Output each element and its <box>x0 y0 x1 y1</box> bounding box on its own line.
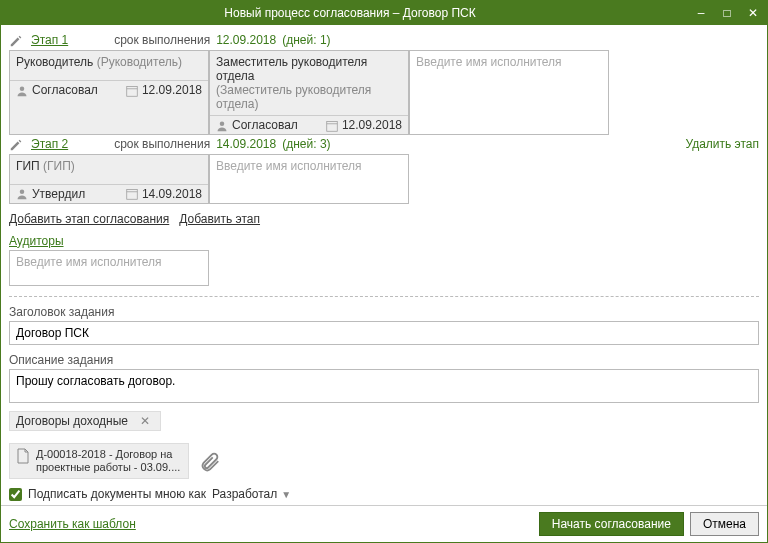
pencil-icon[interactable] <box>9 33 25 48</box>
stage-1-due-date: 12.09.2018 <box>216 33 276 47</box>
task-title-input[interactable] <box>9 321 759 345</box>
approver-card[interactable]: ГИП (ГИП) Утвердил 14.09.2018 <box>9 154 209 204</box>
stage-1-header: Этап 1 срок выполнения 12.09.2018 (дней:… <box>9 33 759 48</box>
stage-2-days: (дней: 3) <box>282 137 330 151</box>
sign-role-value: Разработал <box>212 487 277 501</box>
approver-role: (Руководитель) <box>97 55 182 69</box>
stage-2-due-date: 14.09.2018 <box>216 137 276 151</box>
approver-role: (Заместитель руководителя отдела) <box>216 83 402 111</box>
add-approver-input[interactable]: Введите имя исполнителя <box>409 50 609 135</box>
svg-point-0 <box>20 86 25 91</box>
person-icon <box>16 83 28 97</box>
approver-card[interactable]: Руководитель (Руководитель) Согласовал 1… <box>9 50 209 135</box>
svg-rect-4 <box>327 121 338 131</box>
delete-stage-link[interactable]: Удалить этап <box>685 137 759 151</box>
svg-point-6 <box>20 190 25 195</box>
approver-role: (ГИП) <box>43 159 75 173</box>
titlebar: Новый процесс согласования – Договор ПСК… <box>1 1 767 25</box>
calendar-icon <box>326 118 338 132</box>
pencil-icon[interactable] <box>9 137 25 152</box>
approver-status: Согласовал <box>232 118 322 132</box>
person-icon <box>16 187 28 201</box>
calendar-icon <box>126 187 138 201</box>
window-title: Новый процесс согласования – Договор ПСК <box>7 6 693 20</box>
paperclip-icon[interactable] <box>199 448 221 474</box>
approver-status: Утвердил <box>32 187 122 201</box>
svg-rect-7 <box>127 190 138 200</box>
svg-point-3 <box>220 121 225 126</box>
task-desc-label: Описание задания <box>9 353 759 367</box>
attachments-row: Д-00018-2018 - Договор на проектные рабо… <box>9 443 759 479</box>
chevron-down-icon: ▼ <box>281 489 291 500</box>
sign-label: Подписать документы мною как <box>28 487 206 501</box>
tag-text: Договоры доходные <box>16 414 128 428</box>
calendar-icon <box>126 83 138 97</box>
stage-2-header: Этап 2 срок выполнения 14.09.2018 (дней:… <box>9 137 759 152</box>
auditors-link[interactable]: Аудиторы <box>9 234 759 248</box>
main-content: Этап 1 срок выполнения 12.09.2018 (дней:… <box>1 25 767 505</box>
stage-1-link[interactable]: Этап 1 <box>31 33 68 47</box>
stage-1-row: Руководитель (Руководитель) Согласовал 1… <box>9 50 759 135</box>
close-icon[interactable]: ✕ <box>745 6 761 20</box>
approver-card[interactable]: Заместитель руководителя отдела (Замести… <box>209 50 409 135</box>
approver-name: ГИП <box>16 159 40 173</box>
maximize-icon[interactable]: □ <box>719 6 735 20</box>
stage-2-due-label: срок выполнения <box>114 137 210 151</box>
add-approver-input[interactable]: Введите имя исполнителя <box>209 154 409 204</box>
stage-2-row: ГИП (ГИП) Утвердил 14.09.2018 Введите им… <box>9 154 759 204</box>
person-icon <box>216 118 228 132</box>
task-desc-input[interactable] <box>9 369 759 403</box>
approver-date: 12.09.2018 <box>142 83 202 97</box>
task-title-label: Заголовок задания <box>9 305 759 319</box>
window-buttons: – □ ✕ <box>693 6 761 20</box>
document-icon <box>16 448 30 464</box>
approver-date: 14.09.2018 <box>142 187 202 201</box>
approver-date: 12.09.2018 <box>342 118 402 132</box>
svg-rect-1 <box>127 86 138 96</box>
stage-1-due-label: срок выполнения <box>114 33 210 47</box>
separator <box>9 296 759 297</box>
stage-2-link[interactable]: Этап 2 <box>31 137 68 151</box>
auditors-input[interactable]: Введите имя исполнителя <box>9 250 209 286</box>
add-approval-stage-link[interactable]: Добавить этап согласования <box>9 212 169 226</box>
tag-remove-icon[interactable]: ✕ <box>136 414 154 428</box>
add-stage-links: Добавить этап согласования Добавить этап <box>9 212 759 226</box>
sign-role-dropdown[interactable]: Разработал ▼ <box>212 487 291 501</box>
attachment-line1: Д-00018-2018 - Договор на <box>36 448 180 461</box>
save-as-template-link[interactable]: Сохранить как шаблон <box>9 517 136 531</box>
start-approval-button[interactable]: Начать согласование <box>539 512 684 536</box>
category-tag[interactable]: Договоры доходные ✕ <box>9 411 161 431</box>
minimize-icon[interactable]: – <box>693 6 709 20</box>
cancel-button[interactable]: Отмена <box>690 512 759 536</box>
approver-name: Заместитель руководителя отдела <box>216 55 402 83</box>
sign-row: Подписать документы мною как Разработал … <box>9 487 759 501</box>
approver-name: Руководитель <box>16 55 93 69</box>
approver-status: Согласовал <box>32 83 122 97</box>
attachment-line2: проектные работы - 03.09.... <box>36 461 180 474</box>
stage-1-days: (дней: 1) <box>282 33 330 47</box>
sign-checkbox[interactable] <box>9 488 22 501</box>
footer: Сохранить как шаблон Начать согласование… <box>1 505 767 542</box>
attachment-card[interactable]: Д-00018-2018 - Договор на проектные рабо… <box>9 443 189 479</box>
add-stage-link[interactable]: Добавить этап <box>179 212 260 226</box>
